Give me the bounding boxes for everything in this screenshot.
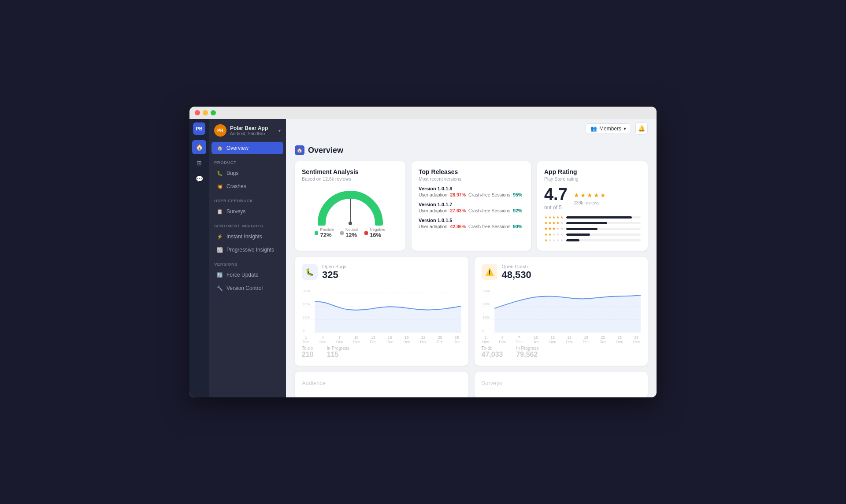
rail-home-icon[interactable]: 🏠 — [192, 140, 206, 154]
placeholder-row: Audience Surveys — [295, 372, 648, 397]
gauge-legend: Positive 72% Neutral 12% — [315, 227, 385, 238]
overview-icon: 🏠 — [217, 145, 223, 151]
release-crashfree-pct-2: 90% — [513, 224, 522, 229]
icon-rail: PB 🏠 ⊞ 💬 — [189, 119, 209, 397]
svg-text:100k: 100k — [303, 315, 310, 319]
release-adaption-label-0: User adaption — [419, 192, 447, 197]
sidebar-item-force-update-label: Force Update — [226, 272, 259, 278]
bugs-x-label-1: 4Dec — [319, 335, 326, 344]
crash-card-header: ⚠️ Open Crash 48,530 — [482, 264, 641, 281]
page-title: Overview — [308, 146, 343, 155]
release-stats-1: User adaption 27.63% Crash-free Sessions… — [419, 208, 524, 213]
negative-label: Negative — [370, 227, 386, 232]
bugs-inprogress-label: In Progress — [327, 346, 349, 351]
rating-value: 4.7 — [544, 186, 568, 203]
release-stats-2: User adaption 42.86% Crash-free Sessions… — [419, 224, 524, 229]
neutral-label: Neutral — [345, 227, 358, 232]
sidebar-header[interactable]: PB Polar Bear App Android, SandBox ▾ — [209, 119, 286, 141]
avatar: PB — [214, 124, 226, 137]
crash-inprogress-block: In Progress 79,562 — [516, 346, 538, 359]
sentiment-card: Sentiment Analysis Based on 12.6k review… — [295, 161, 405, 251]
neutral-dot — [340, 231, 344, 235]
star-1: ★ — [574, 192, 579, 199]
page-title-icon: 🏠 — [295, 145, 304, 155]
bugs-icon: 🐛 — [217, 170, 223, 176]
minimize-dot[interactable] — [203, 110, 208, 115]
rbar-row-4: ★★★★★ — [544, 221, 641, 225]
crash-x-axis: 1Dec 4Dec 7Dec 10Dec 13Dec 16Dec 19Dec 2… — [482, 335, 641, 344]
top-cards-row: Sentiment Analysis Based on 12.6k review… — [295, 161, 648, 251]
rbar-track-5 — [566, 216, 641, 219]
sidebar-item-bugs[interactable]: 🐛 Bugs — [212, 167, 283, 179]
rail-chat-icon[interactable]: 💬 — [192, 172, 206, 186]
crash-card: ⚠️ Open Crash 48,530 — [475, 257, 648, 366]
bugs-card-info: Open Bugs 325 — [322, 264, 346, 281]
force-update-icon: 🔄 — [217, 272, 223, 278]
sentiment-card-subtitle: Based on 12.6k reviews — [302, 176, 398, 182]
rating-card-title: App Rating — [544, 168, 641, 175]
sidebar-item-surveys[interactable]: 📋 Surveys — [212, 205, 283, 218]
crash-card-info: Open Crash 48,530 — [502, 264, 531, 281]
rbar-stars-2: ★★★★★ — [544, 232, 564, 237]
crash-card-icon: ⚠️ — [482, 264, 497, 280]
rbar-stars-3: ★★★★★ — [544, 226, 564, 231]
rbar-row-3: ★★★★★ — [544, 226, 641, 231]
sidebar-section-product: PRODUCT — [209, 155, 286, 167]
members-button[interactable]: 👥 Members ▾ — [586, 123, 631, 134]
svg-text:0: 0 — [303, 329, 305, 333]
svg-text:300k: 300k — [482, 289, 490, 293]
bugs-card-count: 325 — [322, 269, 346, 281]
crash-x-label-0: 1Dec — [482, 335, 489, 344]
star-2: ★ — [580, 192, 586, 199]
app-window: PB 🏠 ⊞ 💬 PB Polar Bear App Android, Sand… — [189, 107, 657, 397]
sidebar-item-crashes[interactable]: 💥 Crashes — [212, 180, 283, 193]
sidebar-item-bugs-label: Bugs — [226, 170, 238, 176]
rbar-stars-1: ★★★★★ — [544, 238, 564, 242]
sidebar-item-overview-label: Overview — [226, 145, 249, 151]
star-5: ★ — [600, 192, 606, 199]
release-version-0: Version 1.0.1.8 — [419, 186, 524, 191]
neutral-pct: 12% — [345, 232, 358, 238]
bugs-card: 🐛 Open Bugs 325 — [295, 257, 468, 366]
sidebar-item-surveys-label: Surveys — [226, 208, 245, 215]
release-adaption-label-2: User adaption — [419, 224, 447, 229]
crash-x-label-7: 22Dec — [600, 335, 606, 344]
sidebar-item-force-update[interactable]: 🔄 Force Update — [212, 269, 283, 281]
release-adaption-label-1: User adaption — [419, 208, 447, 213]
stars-display: ★ ★ ★ ★ ★ — [574, 192, 606, 199]
surveys-icon: 📋 — [217, 209, 223, 215]
release-adaption-pct-0: 28.97% — [450, 192, 466, 197]
crash-x-label-6: 19Dec — [583, 335, 590, 344]
sidebar-app-sub: Android, SandBox — [230, 131, 275, 136]
sidebar-item-version-control[interactable]: 🔧 Version Control — [212, 282, 283, 294]
close-dot[interactable] — [195, 110, 200, 115]
crashes-icon: 💥 — [217, 184, 223, 189]
rbar-track-1 — [566, 239, 641, 241]
sidebar-item-instant-insights[interactable]: ⚡ Instant Insights — [212, 230, 283, 243]
fullscreen-dot[interactable] — [211, 110, 216, 115]
rail-grid-icon[interactable]: ⊞ — [192, 156, 206, 170]
crash-x-label-8: 25Dec — [616, 335, 623, 344]
sidebar-item-progressive-insights-label: Progressive Insights — [226, 247, 274, 253]
reviews-count: 239k reviews — [574, 200, 606, 205]
rating-main: 4.7 out of 5 ★ ★ ★ ★ ★ — [544, 186, 641, 211]
rbar-row-5: ★★★★★ — [544, 215, 641, 219]
instant-insights-icon: ⚡ — [217, 234, 223, 240]
bugs-x-label-5: 16Dec — [386, 335, 393, 344]
members-icon: 👥 — [590, 126, 597, 132]
negative-dot — [364, 231, 368, 235]
sidebar-item-progressive-insights[interactable]: 📈 Progressive Insights — [212, 244, 283, 256]
rbar-fill-1 — [566, 239, 579, 241]
svg-text:200k: 200k — [303, 302, 310, 306]
release-crashfree-pct-0: 95% — [513, 192, 522, 197]
bugs-todo-value: 210 — [302, 351, 314, 359]
sidebar-item-overview[interactable]: 🏠 Overview — [212, 142, 283, 154]
crash-todo-label: To-do — [482, 346, 503, 351]
notification-button[interactable]: 🔔 — [635, 122, 648, 135]
audience-placeholder-label: Audience — [302, 380, 326, 386]
release-row-0: Version 1.0.1.8 User adaption 28.97% Cra… — [419, 186, 524, 197]
sidebar-app-name: Polar Bear App — [230, 125, 275, 131]
bugs-x-label-9: 28Dec — [453, 335, 460, 344]
star-4: ★ — [594, 192, 599, 199]
rbar-row-1: ★★★★★ — [544, 238, 641, 242]
